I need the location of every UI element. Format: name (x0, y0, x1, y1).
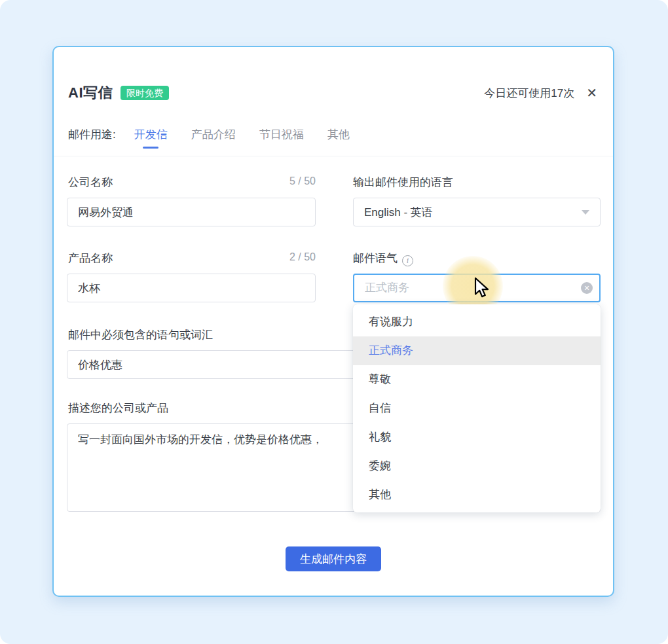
screen: AI写信 限时免费 今日还可使用17次 ✕ 邮件用途: 开发信 产品介绍 节日祝… (0, 0, 668, 644)
tone-option-respectful[interactable]: 尊敬 (353, 365, 601, 394)
tone-option-other[interactable]: 其他 (353, 480, 601, 509)
clear-icon[interactable]: ✕ (581, 282, 593, 294)
tone-option-tactful[interactable]: 委婉 (353, 452, 601, 480)
ai-write-dialog: AI写信 限时免费 今日还可使用17次 ✕ 邮件用途: 开发信 产品介绍 节日祝… (52, 46, 614, 597)
language-select-value: English - 英语 (364, 205, 433, 220)
tone-label-text: 邮件语气 (353, 252, 398, 264)
tab-development-letter[interactable]: 开发信 (133, 126, 169, 152)
tone-dropdown: 有说服力 正式商务 尊敬 自信 礼貌 委婉 其他 (353, 304, 601, 512)
product-name-input[interactable] (67, 274, 316, 302)
description-label: 描述您的公司或产品 (68, 401, 168, 416)
tabs-divider (54, 156, 613, 156)
tone-option-persuasive[interactable]: 有说服力 (353, 308, 601, 336)
purpose-label: 邮件用途: (68, 126, 116, 142)
company-name-input[interactable] (67, 198, 316, 226)
language-select[interactable]: English - 英语 (353, 198, 601, 226)
tone-option-formal-business[interactable]: 正式商务 (353, 336, 601, 365)
quota-remaining-text: 今日还可使用17次 (484, 86, 574, 101)
language-label: 输出邮件使用的语言 (353, 175, 453, 190)
dialog-header: AI写信 限时免费 今日还可使用17次 ✕ (68, 81, 599, 105)
keywords-label: 邮件中必须包含的语句或词汇 (68, 327, 213, 342)
chevron-down-icon (582, 210, 589, 215)
company-name-counter: 5 / 50 (67, 175, 316, 187)
tab-product-intro[interactable]: 产品介绍 (190, 126, 237, 152)
free-badge: 限时免费 (121, 86, 169, 100)
tone-label: 邮件语气i (353, 251, 413, 266)
purpose-tabs: 邮件用途: 开发信 产品介绍 节日祝福 其他 (68, 126, 351, 156)
close-icon[interactable]: ✕ (585, 85, 599, 101)
tab-holiday-greeting[interactable]: 节日祝福 (258, 126, 305, 152)
dialog-title: AI写信 (68, 83, 113, 103)
header-right: 今日还可使用17次 ✕ (484, 85, 599, 101)
tone-option-confident[interactable]: 自信 (353, 394, 601, 423)
tone-field: ✕ (353, 274, 601, 302)
tone-option-polite[interactable]: 礼貌 (353, 423, 601, 452)
info-icon[interactable]: i (402, 255, 413, 266)
tone-input[interactable] (353, 274, 601, 302)
tab-other[interactable]: 其他 (326, 126, 351, 152)
generate-email-button[interactable]: 生成邮件内容 (286, 546, 381, 571)
product-name-counter: 2 / 50 (67, 251, 316, 263)
